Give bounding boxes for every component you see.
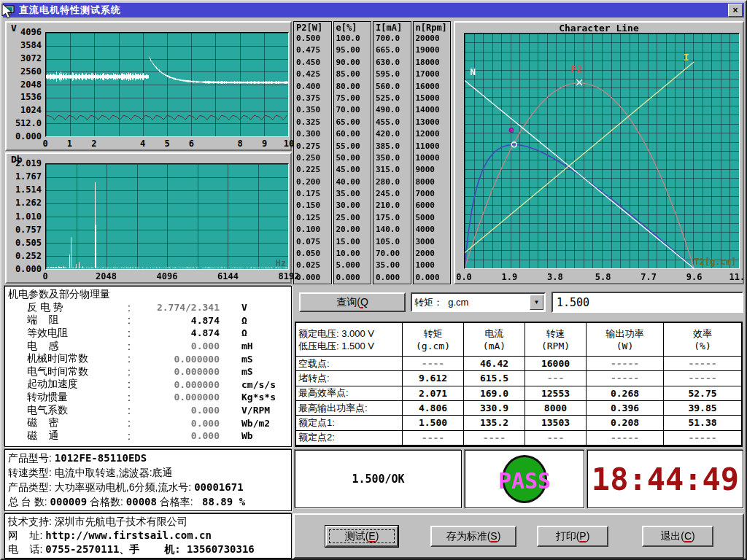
parameter-label: 电气系数 — [5, 404, 128, 417]
cell-value: 0.208 — [611, 417, 639, 428]
chevron-down-icon[interactable]: ▼ — [530, 295, 543, 310]
dropdown-value: 转矩： g.cm — [412, 296, 530, 309]
column-unit: (W) — [616, 340, 633, 352]
y-tick-label: 2560 — [20, 66, 42, 77]
actions-panel: 测试(E) 存为标准(S) 打印(P) 退出(C) — [293, 513, 744, 559]
parameter-label: 磁 密 — [5, 416, 128, 429]
torque-unit-dropdown[interactable]: 转矩： g.cm ▼ — [411, 292, 546, 312]
scope-v-yticks: 4096358430722560204815361024512.00.000 — [7, 32, 43, 136]
value-cell: 615.5 — [464, 371, 525, 386]
save-standard-button[interactable]: 存为标准(S) — [430, 526, 516, 547]
row-label-cell: 堵转点: — [296, 371, 403, 386]
totals-line: 总 台 数: 000009 合格数: 00008 合格率: 88.89 % — [5, 496, 291, 510]
pass-label: PASS — [465, 468, 584, 494]
scale-header: n[Rpm] — [416, 23, 451, 34]
query-result-text: 1.500/OK — [352, 472, 404, 486]
character-chart-canvas — [465, 34, 739, 268]
y-tick-label: 0.757 — [15, 225, 42, 235]
scale-value: 560.0 — [376, 82, 411, 90]
scale-value: 0.500 — [296, 34, 331, 42]
scale-columns: P2[W]0.5000.4750.4500.4250.4000.3750.350… — [293, 21, 452, 284]
scale-value: 25.00 — [336, 214, 371, 222]
close-icon: × — [732, 5, 738, 15]
parameter-row: 磁 通:0.000Wb — [5, 429, 291, 443]
cell-value: 615.5 — [480, 373, 508, 384]
parameter-value: 0.000000 — [138, 392, 220, 402]
scale-value: 6000 — [416, 201, 451, 209]
parameter-label: 磁 通 — [5, 429, 128, 443]
spectrum-yticks: 2.0191.7671.5141.2621.0100.7570.5050.252… — [7, 163, 43, 269]
row-label-cell: 额定点1: — [296, 416, 403, 430]
torque-value-input[interactable] — [551, 292, 743, 313]
close-button[interactable]: × — [728, 4, 743, 17]
parameter-unit: Ω — [241, 327, 247, 338]
scale-value: 1000 — [416, 261, 451, 269]
y-tick-label: 2048 — [20, 79, 42, 90]
scale-value: 0.300 — [296, 130, 331, 138]
y-tick-label: 4096 — [20, 27, 42, 37]
cell-value: 39.85 — [688, 402, 716, 413]
y-tick-label: 0.252 — [15, 251, 42, 261]
cell-value: ----- — [688, 358, 716, 369]
curve-label-I: I — [684, 52, 689, 63]
parameter-row: 机械时间常数:0.000000mS — [5, 352, 291, 365]
value-cell: --- — [525, 431, 587, 446]
column-name: 转矩 — [424, 327, 443, 340]
value-cell: ---- — [403, 431, 464, 446]
value-cell: 9.612 — [403, 371, 464, 386]
scale-column-n[Rpm]: n[Rpm]2000019000180001700016000150001400… — [413, 21, 452, 284]
x-tick-label: 1 — [67, 139, 72, 149]
scale-value: 2000 — [416, 249, 451, 257]
parameter-unit: mH — [241, 341, 253, 351]
scale-value: 90.00 — [336, 58, 371, 66]
scale-value: 315.0 — [376, 166, 411, 174]
parameter-value: 2.774/2.341 — [138, 302, 220, 313]
column-header-cell: 转速(RPM) — [525, 323, 587, 357]
parameter-label: 起动加速度 — [5, 378, 128, 391]
y-tick-label: 1.010 — [15, 211, 42, 222]
cell-value: 46.42 — [480, 358, 508, 369]
scale-value: 0.350 — [296, 106, 331, 114]
scale-value: 350.0 — [376, 154, 411, 162]
scale-value: 455.0 — [376, 118, 411, 126]
query-button-label: 查询(Q — [336, 296, 368, 309]
parameter-colon: : — [128, 405, 138, 416]
query-button[interactable]: 查询(Q — [299, 292, 406, 312]
character-xticks: 0.01.93.85.87.79.611.5 — [464, 271, 740, 282]
parameter-unit: V/RPM — [241, 405, 270, 416]
y-tick-label: 3072 — [20, 53, 42, 63]
parameter-colon: : — [128, 430, 138, 442]
parameter-row: 等效电阻:4.874Ω — [5, 327, 291, 340]
value-cell: 13503 — [525, 416, 587, 430]
parameter-unit: cm/s/s — [241, 379, 276, 390]
parameter-label: 机械时间常数 — [5, 352, 128, 365]
scale-value: 0.125 — [296, 214, 331, 222]
column-unit: (g.cm) — [416, 340, 450, 352]
motor-parameters-panel: 机电参数及部分物理量 反 电 势:2.774/2.341V端 阻:4.874Ω等… — [4, 286, 292, 447]
cell-value: ----- — [611, 373, 639, 384]
exit-button[interactable]: 退出(C) — [642, 526, 713, 547]
x-tick-label: 0.0 — [456, 272, 472, 282]
scale-value: 665.0 — [376, 46, 411, 54]
test-button[interactable]: 测试(E) — [325, 526, 398, 547]
scale-value: 85.00 — [336, 70, 371, 78]
scale-value: 0.050 — [296, 249, 331, 257]
value-cell: ----- — [664, 431, 741, 446]
scale-header: e[%] — [336, 23, 371, 34]
column-unit: (%) — [694, 340, 711, 352]
scale-values: 2000019000180001700016000150001400013000… — [416, 34, 451, 281]
y-tick-label: 1024 — [20, 105, 42, 115]
x-tick-label: 4 — [140, 139, 145, 149]
scale-value: 0.250 — [296, 154, 331, 162]
parameter-unit: Kg*s*s — [241, 392, 276, 402]
scale-value: 4000 — [416, 225, 451, 233]
cell-value: 0.268 — [611, 388, 639, 399]
character-chart-plot: NP2eI T2[g.cm] — [464, 33, 740, 269]
spectrum-xticks: 02048409661448192 — [45, 271, 289, 281]
scale-value: 60.00 — [336, 130, 371, 138]
scale-value: 20.00 — [336, 225, 371, 233]
voltage-header-cell: 额定电压: 3.000 V低压电压: 1.500 V — [296, 323, 403, 357]
print-button[interactable]: 打印(P) — [537, 526, 608, 547]
cell-value: 13503 — [541, 417, 570, 428]
x-tick-label: 7.7 — [640, 272, 657, 282]
